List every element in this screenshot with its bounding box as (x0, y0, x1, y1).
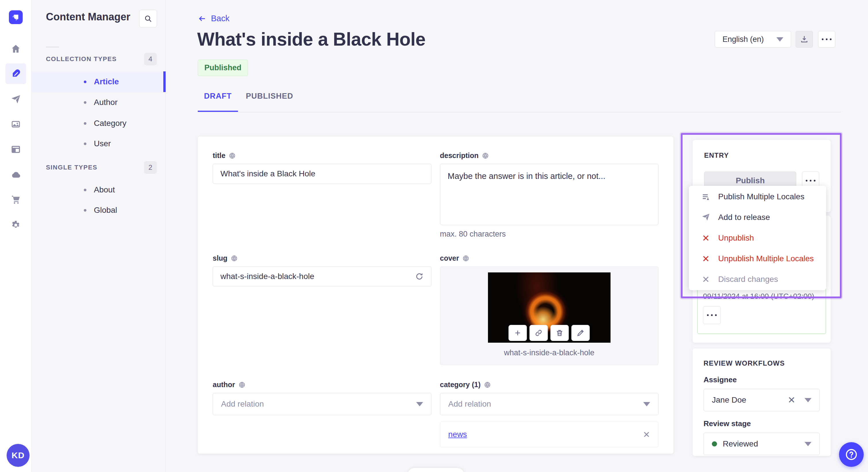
category-relation-combobox[interactable]: Add relation (440, 393, 659, 415)
media-library-icon[interactable] (5, 114, 26, 135)
author-relation-combobox[interactable]: Add relation (213, 393, 431, 415)
cloud-icon[interactable] (5, 165, 26, 185)
sidebar-item-about[interactable]: About (32, 179, 166, 200)
entry-form-card: title What's inside a Black Hole descrip… (198, 136, 673, 453)
menu-item-add-to-release[interactable]: Add to release (689, 207, 826, 228)
strapi-logo[interactable] (9, 10, 23, 24)
export-button[interactable] (796, 31, 813, 47)
tabs-divider (198, 112, 841, 112)
status-badge: Published (198, 60, 248, 76)
stage-status-dot (712, 441, 717, 446)
x-icon (701, 275, 711, 283)
main-nav-rail: KD (0, 0, 32, 472)
add-media-button[interactable] (508, 325, 527, 341)
sidebar-item-label: Article (94, 77, 119, 86)
content-manager-icon[interactable] (5, 63, 26, 84)
category-placeholder: Add relation (448, 400, 491, 409)
author-placeholder: Add relation (221, 400, 264, 409)
sidebar-item-label: Global (94, 206, 117, 215)
globe-icon (231, 255, 238, 262)
chevron-down-icon (643, 402, 650, 406)
copy-link-button[interactable] (530, 325, 548, 341)
stage-value: Reviewed (723, 439, 758, 448)
sidebar-item-category[interactable]: Category (32, 113, 166, 134)
title-input-value: What's inside a Black Hole (220, 169, 315, 178)
description-textarea[interactable]: Maybe the answer is in this article, or … (440, 164, 659, 225)
version-tabs: DRAFT PUBLISHED (198, 92, 301, 110)
bullet-icon (84, 122, 86, 125)
list-plus-icon (701, 192, 711, 201)
single-types-label: SINGLE TYPES (46, 164, 97, 171)
menu-item-label: Publish Multiple Locales (718, 192, 804, 201)
strapi-logo-icon (11, 13, 20, 22)
collection-types-count-badge: 4 (144, 53, 157, 65)
ellipsis-icon (822, 38, 832, 40)
user-avatar[interactable]: KD (7, 444, 30, 467)
sidebar-item-global[interactable]: Global (32, 200, 166, 221)
paper-plane-icon (701, 213, 711, 222)
clear-assignee-icon[interactable]: ✕ (787, 395, 795, 405)
regenerate-icon[interactable] (415, 272, 424, 281)
bullet-icon (84, 189, 86, 191)
sidebar-item-author[interactable]: Author (32, 92, 166, 113)
assignee-combobox[interactable]: Jane Doe ✕ (704, 389, 820, 411)
locale-value: English (en) (722, 35, 764, 44)
menu-item-publish-multiple-locales[interactable]: Publish Multiple Locales (689, 187, 826, 207)
sidebar-item-label: User (94, 139, 111, 148)
delete-media-button[interactable] (551, 325, 569, 341)
review-workflows-panel: REVIEW WORKFLOWS Assignee Jane Doe ✕ Rev… (693, 348, 831, 456)
tab-draft[interactable]: DRAFT (198, 92, 238, 110)
cover-image[interactable] (488, 272, 611, 343)
field-slug: slug what-s-inside-a-black-hole (213, 254, 431, 365)
field-title: title What's inside a Black Hole (213, 151, 431, 239)
releases-icon[interactable] (5, 89, 26, 110)
settings-icon[interactable] (5, 215, 26, 235)
assignee-label: Assignee (704, 375, 820, 384)
locale-select[interactable]: English (en) (715, 31, 791, 47)
title-input[interactable]: What's inside a Black Hole (213, 164, 431, 184)
x-icon (701, 255, 711, 263)
collection-types-label: COLLECTION TYPES (46, 55, 117, 63)
menu-item-discard-changes[interactable]: Discard changes (689, 269, 826, 290)
back-link[interactable]: Back (198, 14, 229, 23)
home-icon[interactable] (5, 38, 26, 59)
menu-item-unpublish-multiple-locales[interactable]: Unpublish Multiple Locales (689, 248, 826, 269)
sidebar-item-label: Author (94, 98, 118, 107)
sidebar-item-article[interactable]: Article (32, 71, 166, 92)
category-field-label: category (1) (440, 380, 481, 389)
collection-types-header: COLLECTION TYPES 4 (46, 53, 157, 65)
content-manager-sidebar: Content Manager COLLECTION TYPES 4 Artic… (32, 0, 166, 472)
scheduled-more-button[interactable] (703, 306, 721, 324)
back-arrow-icon (198, 14, 206, 23)
edit-media-button[interactable] (571, 325, 590, 341)
sidebar-item-user[interactable]: User (32, 133, 166, 154)
title-field-label: title (213, 151, 225, 160)
cover-filename: what-s-inside-a-black-hole (446, 348, 653, 357)
single-types-header: SINGLE TYPES 2 (46, 161, 157, 174)
menu-item-unpublish[interactable]: Unpublish (689, 228, 826, 248)
marketplace-icon[interactable] (5, 189, 26, 210)
review-stage-label: Review stage (704, 419, 820, 428)
field-cover: cover what-s-inside-a-black-hole (440, 254, 659, 365)
trash-icon (556, 329, 564, 337)
search-button[interactable] (139, 10, 157, 28)
help-button[interactable] (839, 442, 864, 467)
review-stage-combobox[interactable]: Reviewed (704, 433, 820, 455)
slug-field-label: slug (213, 254, 227, 262)
back-label: Back (211, 14, 229, 23)
search-icon (144, 14, 152, 23)
header-more-button[interactable] (818, 31, 835, 47)
tab-published[interactable]: PUBLISHED (238, 92, 301, 110)
relation-link-news[interactable]: news (448, 430, 467, 439)
main-content: Back What's inside a Black Hole Publishe… (166, 0, 868, 472)
menu-item-label: Unpublish Multiple Locales (718, 254, 814, 263)
author-field-label: author (213, 380, 235, 389)
description-value: Maybe the answer is in this article, or … (448, 171, 606, 181)
bullet-icon (84, 142, 86, 145)
content-type-builder-icon[interactable] (5, 139, 26, 160)
slug-input[interactable]: what-s-inside-a-black-hole (213, 266, 431, 286)
bullet-icon (84, 209, 86, 212)
remove-relation-icon[interactable]: ✕ (643, 430, 650, 440)
globe-icon (462, 255, 469, 262)
chevron-down-icon (805, 442, 811, 446)
